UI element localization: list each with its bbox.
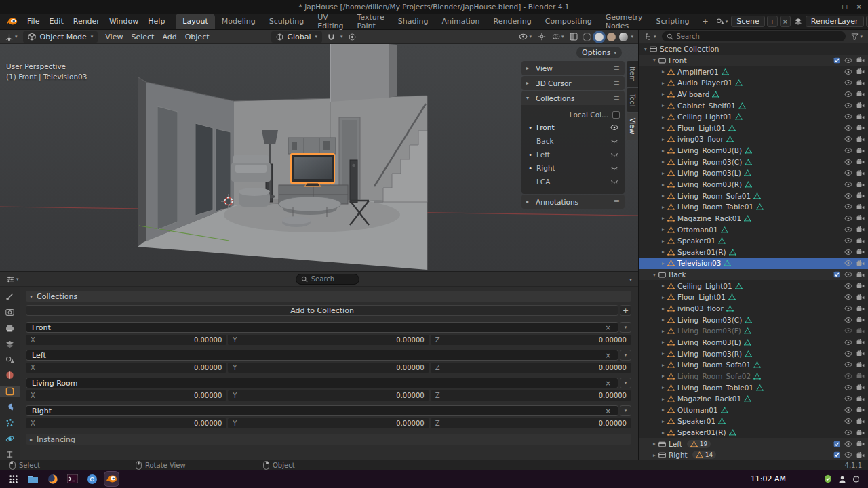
hide-in-viewport-eye-icon[interactable] — [844, 159, 852, 165]
workspace-tab-geometry-nodes[interactable]: Geometry Nodes — [599, 14, 650, 29]
viewport-collection-item-right[interactable]: •Right — [526, 161, 620, 175]
eye-closed-icon[interactable] — [610, 152, 618, 158]
offset-x-field[interactable]: X0.00000 — [26, 418, 226, 428]
drag-grip-icon[interactable]: ≡ — [614, 79, 620, 87]
properties-tab-view-layer[interactable] — [0, 339, 20, 349]
workspace-tab-texture-paint[interactable]: Texture Paint — [351, 14, 391, 29]
remove-collection-button[interactable]: × — [604, 407, 612, 415]
panel-header-annotations[interactable]: ▸ Annotations ≡ — [521, 195, 625, 209]
show-object-types-dropdown[interactable]: ▾ — [517, 31, 534, 43]
outliner-object-row[interactable]: ▸Television03 — [639, 258, 868, 269]
disable-in-renders-camera-icon[interactable] — [856, 80, 865, 86]
outliner-object-row[interactable]: ▸Speaker01 — [639, 415, 868, 427]
expand-toggle-icon[interactable]: ▸ — [659, 114, 667, 120]
disable-in-renders-camera-icon[interactable] — [856, 350, 865, 357]
hide-in-viewport-eye-icon[interactable] — [844, 395, 852, 402]
outliner-collection-row[interactable]: ▾Back — [639, 269, 868, 281]
properties-search-input[interactable]: Search — [296, 274, 359, 285]
disable-in-renders-camera-icon[interactable] — [856, 339, 865, 345]
hide-in-viewport-eye-icon[interactable] — [844, 57, 852, 64]
expand-toggle-icon[interactable]: ▸ — [659, 91, 667, 97]
panel-header-collections[interactable]: ▾ Collections ≡ — [521, 91, 625, 105]
hide-in-viewport-eye-icon[interactable] — [844, 249, 852, 256]
disable-in-renders-camera-icon[interactable] — [856, 418, 865, 424]
outliner-object-row[interactable]: ▸Living_Room03(C) — [639, 314, 868, 325]
add-workspace-button[interactable]: + — [696, 17, 714, 26]
editor-type-selector[interactable]: ▾ — [642, 30, 658, 42]
hide-in-viewport-eye-icon[interactable] — [844, 305, 852, 312]
viewport-shading-wireframe[interactable] — [583, 33, 591, 41]
collection-dropdown-button[interactable]: ▾ — [620, 350, 631, 361]
collections-panel-header[interactable]: ▾ Collections — [26, 291, 631, 302]
workspace-tab-compositing[interactable]: Compositing — [538, 14, 599, 29]
expand-toggle-icon[interactable]: ▾ — [650, 57, 658, 63]
remove-collection-button[interactable]: × — [604, 352, 612, 359]
scene-selector[interactable]: Scene — [731, 16, 765, 27]
unlink-scene-button[interactable]: × — [780, 16, 791, 27]
outliner-object-row[interactable]: ▸Speaker01 — [639, 235, 868, 247]
outliner-object-row[interactable]: ▸Living_Room_Sofa01 — [639, 190, 868, 201]
hide-in-viewport-eye-icon[interactable] — [844, 260, 852, 266]
properties-tab-tool[interactable] — [0, 291, 20, 302]
close-button[interactable]: × — [852, 1, 865, 12]
editor-type-selector[interactable]: ▾ — [4, 273, 21, 285]
drag-grip-icon[interactable]: ≡ — [614, 197, 620, 206]
expand-toggle-icon[interactable]: ▸ — [659, 283, 667, 289]
menu-file[interactable]: File — [22, 14, 44, 29]
taskbar-app-firefox[interactable] — [45, 472, 60, 486]
local-collections-checkbox[interactable] — [612, 111, 620, 119]
hide-in-viewport-eye-icon[interactable] — [844, 350, 852, 357]
hide-in-viewport-eye-icon[interactable] — [844, 113, 852, 120]
offset-z-field[interactable]: Z0.00000 — [431, 335, 631, 345]
viewport-collection-item-front[interactable]: •Front — [526, 121, 620, 134]
outliner-object-row[interactable]: ▸Living_Room_Sofa01 — [639, 359, 868, 371]
expand-toggle-icon[interactable]: ▸ — [659, 148, 667, 154]
workspace-tab-animation[interactable]: Animation — [435, 14, 486, 29]
disable-in-renders-camera-icon[interactable] — [856, 362, 865, 368]
offset-y-field[interactable]: Y0.00000 — [228, 363, 429, 373]
hide-in-viewport-eye-icon[interactable] — [844, 418, 852, 424]
hide-in-viewport-eye-icon[interactable] — [844, 327, 852, 334]
instancing-panel-header[interactable]: ▸ Instancing — [26, 434, 631, 445]
disable-in-renders-camera-icon[interactable] — [856, 384, 865, 390]
expand-toggle-icon[interactable]: ▸ — [659, 407, 667, 413]
disable-in-renders-camera-icon[interactable] — [856, 407, 865, 413]
disable-in-renders-camera-icon[interactable] — [856, 114, 865, 120]
hide-in-viewport-eye-icon[interactable] — [844, 192, 852, 199]
disable-in-renders-camera-icon[interactable] — [856, 317, 865, 323]
workspace-tab-scripting[interactable]: Scripting — [650, 14, 696, 29]
disable-in-renders-camera-icon[interactable] — [856, 430, 865, 436]
disable-in-renders-camera-icon[interactable] — [856, 396, 865, 402]
offset-z-field[interactable]: Z0.00000 — [431, 390, 631, 401]
collection-checkbox[interactable] — [833, 451, 840, 458]
hide-in-viewport-eye-icon[interactable] — [844, 226, 852, 233]
expand-toggle-icon[interactable]: ▸ — [659, 226, 667, 232]
add-to-collection-button[interactable]: Add to Collection — [26, 305, 618, 316]
collection-name-field[interactable]: Right× — [26, 405, 618, 416]
hide-in-viewport-eye-icon[interactable] — [844, 271, 852, 278]
disable-in-renders-camera-icon[interactable] — [856, 215, 865, 221]
outliner-collection-row[interactable]: ▾Front — [639, 55, 868, 66]
outliner-object-row[interactable]: ▸Living_Room_Table01 — [639, 201, 868, 213]
minimize-button[interactable]: – — [824, 1, 837, 12]
viewport-menu-view[interactable]: View — [101, 33, 127, 41]
drag-grip-icon[interactable]: ≡ — [614, 94, 620, 102]
expand-toggle-icon[interactable]: ▸ — [659, 80, 667, 86]
disable-in-renders-camera-icon[interactable] — [856, 148, 865, 154]
disable-in-renders-camera-icon[interactable] — [856, 226, 865, 232]
expand-toggle-icon[interactable]: ▸ — [659, 306, 667, 312]
outliner-object-row[interactable]: ▸Living_Room03(C) — [639, 156, 868, 167]
menu-window[interactable]: Window — [104, 14, 143, 29]
properties-tab-physics[interactable] — [0, 433, 20, 443]
proportional-editing-toggle[interactable] — [347, 31, 358, 43]
expand-toggle-icon[interactable]: ▸ — [659, 68, 667, 75]
expand-toggle-icon[interactable]: ▸ — [650, 441, 658, 447]
properties-tab-render[interactable] — [0, 307, 20, 317]
disable-in-renders-camera-icon[interactable] — [856, 68, 865, 75]
sidebar-tab-tool[interactable]: Tool — [627, 88, 638, 112]
eye-open-icon[interactable] — [610, 124, 618, 131]
offset-y-field[interactable]: Y0.00000 — [228, 390, 429, 401]
offset-y-field[interactable]: Y0.00000 — [228, 335, 429, 345]
viewport-menu-object[interactable]: Object — [181, 33, 214, 41]
menu-help[interactable]: Help — [143, 14, 170, 29]
